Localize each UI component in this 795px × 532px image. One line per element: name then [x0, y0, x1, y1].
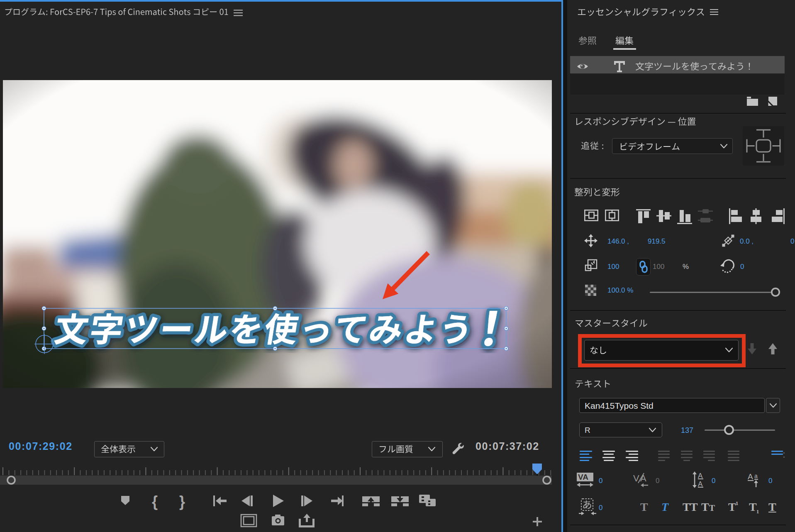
svg-text:VA: VA [578, 473, 588, 481]
svg-text:A: A [748, 472, 753, 481]
svg-text:{: { [152, 493, 158, 510]
svg-text:}: } [179, 493, 185, 510]
svg-text:a: a [754, 473, 758, 479]
